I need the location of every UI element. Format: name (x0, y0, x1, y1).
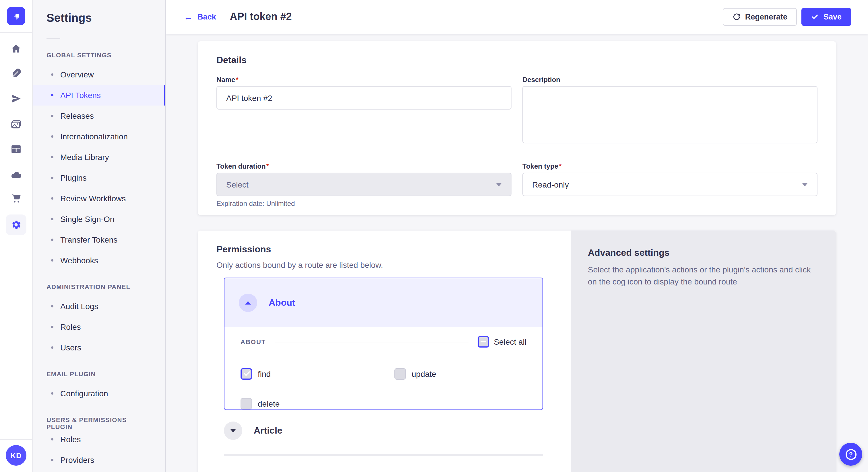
accordion-about-header[interactable]: About (224, 278, 542, 327)
sidebar-item-label: Releases (60, 111, 94, 121)
rail-divider-bottom (0, 439, 32, 440)
bullet-icon (51, 156, 53, 158)
sidebar-item-audit-logs[interactable]: Audit Logs (33, 296, 165, 316)
required-asterisk: * (559, 162, 561, 170)
accordion-article-header[interactable]: Article (224, 422, 552, 440)
sidebar-item-label: Internationalization (60, 132, 128, 141)
sidebar-item-label: Review Workflows (60, 194, 126, 203)
help-button[interactable]: ? (839, 443, 862, 466)
permissions-subtitle: Only actions bound by a route are listed… (216, 260, 552, 270)
token-type-select[interactable]: Read-only (522, 173, 817, 196)
chevron-down-icon (496, 183, 502, 186)
marketplace-icon[interactable] (5, 138, 28, 161)
sidebar-item-overview[interactable]: Overview (33, 64, 165, 85)
sidebar-item-label: Roles (60, 322, 81, 332)
user-avatar[interactable]: KD (6, 445, 26, 466)
sidebar-item-email-configuration[interactable]: Configuration (33, 383, 165, 404)
rail-divider (0, 32, 32, 33)
delete-checkbox[interactable] (241, 398, 252, 409)
bullet-icon (51, 346, 53, 349)
accordion-article-title: Article (254, 426, 282, 436)
select-all-checkbox[interactable] (477, 336, 489, 347)
token-duration-select[interactable]: Select (216, 173, 512, 196)
collapse-toggle-button[interactable] (239, 293, 257, 312)
chevron-up-icon (245, 301, 251, 304)
sidebar-item-label: Plugins (60, 173, 87, 182)
sidebar-item-admin-roles[interactable]: Roles (33, 316, 165, 337)
update-checkbox[interactable] (394, 368, 406, 380)
divider-line (275, 341, 468, 342)
nav-section-email-plugin: EMAIL PLUGIN (46, 370, 152, 378)
sidebar-item-api-tokens[interactable]: API Tokens (33, 85, 165, 105)
bullet-icon (51, 115, 53, 117)
next-accordion-edge (224, 453, 543, 456)
bullet-icon (51, 459, 53, 461)
back-link[interactable]: ← Back (184, 12, 216, 22)
bullet-icon (51, 239, 53, 241)
cart-icon[interactable] (5, 187, 28, 209)
subnav-title: Settings (33, 0, 165, 25)
back-label: Back (197, 12, 216, 21)
page-header: ← Back API token #2 Regenerate Save (166, 0, 868, 34)
content-manager-icon[interactable] (5, 87, 28, 110)
sidebar-item-webhooks[interactable]: Webhooks (33, 250, 165, 271)
bullet-icon (51, 305, 53, 307)
bullet-icon (51, 392, 53, 395)
sidebar-item-up-providers[interactable]: Providers (33, 450, 165, 470)
permissions-card: Permissions Only actions bound by a rout… (198, 231, 836, 472)
required-asterisk: * (236, 76, 238, 84)
bullet-icon (51, 259, 53, 262)
sidebar-item-releases[interactable]: Releases (33, 105, 165, 126)
save-button[interactable]: Save (802, 8, 851, 26)
sidebar-item-review-workflows[interactable]: Review Workflows (33, 188, 165, 209)
media-library-icon[interactable] (5, 113, 28, 136)
accordion-about-body: ABOUT Select all find (224, 327, 542, 409)
permission-update: update (394, 368, 526, 380)
question-mark-icon: ? (845, 449, 856, 460)
select-all-label: Select all (494, 337, 526, 346)
permissions-panel: Permissions Only actions bound by a rout… (198, 231, 570, 472)
permissions-heading: Permissions (216, 244, 552, 255)
regenerate-label: Regenerate (745, 12, 787, 21)
sidebar-item-label: Providers (60, 456, 94, 465)
subnav-divider (46, 38, 60, 39)
strapi-logo-icon (10, 10, 22, 22)
bullet-icon (51, 197, 53, 200)
about-subsection-row: ABOUT Select all (241, 336, 526, 347)
sidebar-item-up-roles[interactable]: Roles (33, 429, 165, 450)
name-label: Name* (216, 76, 512, 84)
name-input[interactable] (216, 86, 512, 109)
strapi-logo[interactable] (7, 7, 25, 25)
settings-icon[interactable] (6, 214, 26, 235)
advanced-settings-description: Select the application's actions or the … (588, 264, 818, 288)
sidebar-item-single-sign-on[interactable]: Single Sign-On (33, 209, 165, 229)
expiration-helper-text: Expiration date: Unlimited (216, 200, 512, 208)
bullet-icon (51, 135, 53, 138)
content-type-builder-icon[interactable] (5, 62, 28, 85)
home-icon[interactable] (5, 37, 28, 60)
nav-section-administration-panel: ADMINISTRATION PANEL (46, 283, 152, 291)
sidebar-item-label: Webhooks (60, 256, 98, 265)
chevron-down-icon (230, 429, 236, 432)
bullet-icon (51, 218, 53, 220)
sidebar-item-admin-users[interactable]: Users (33, 337, 165, 358)
find-checkbox[interactable] (241, 368, 252, 380)
main-content: ← Back API token #2 Regenerate Save Deta… (166, 0, 868, 472)
nav-section-users-permissions-plugin: USERS & PERMISSIONS PLUGIN (46, 416, 152, 425)
sidebar-item-transfer-tokens[interactable]: Transfer Tokens (33, 229, 165, 250)
cloud-icon[interactable] (5, 164, 28, 187)
accordion-about-title: About (269, 297, 295, 308)
bullet-icon (51, 438, 53, 440)
bullet-icon (51, 326, 53, 328)
bullet-icon (51, 177, 53, 179)
description-textarea[interactable] (522, 86, 817, 143)
token-duration-value: Select (226, 180, 249, 189)
sidebar-item-plugins[interactable]: Plugins (33, 167, 165, 188)
advanced-settings-heading: Advanced settings (588, 248, 818, 258)
sidebar-item-media-library[interactable]: Media Library (33, 147, 165, 167)
sidebar-item-internationalization[interactable]: Internationalization (33, 126, 165, 147)
advanced-settings-panel: Advanced settings Select the application… (570, 231, 836, 472)
regenerate-button[interactable]: Regenerate (723, 8, 797, 26)
expand-toggle-button[interactable] (224, 422, 242, 440)
check-icon (811, 13, 819, 21)
